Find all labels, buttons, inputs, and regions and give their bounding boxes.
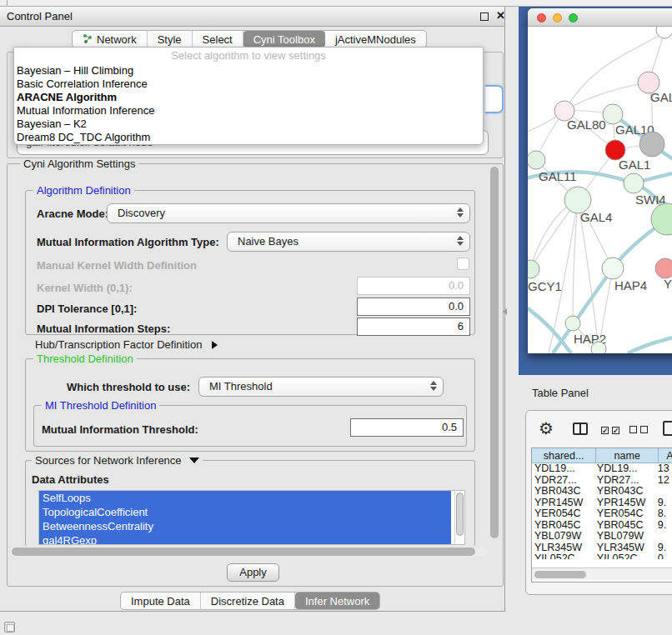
close-traffic-light-icon[interactable] xyxy=(537,13,546,22)
dpi-tolerance-input[interactable]: 0.0 xyxy=(357,298,470,316)
table-cell: YBR043C xyxy=(594,486,655,498)
table-row[interactable]: YBR043CYBR043C xyxy=(532,486,672,498)
mi-type-combo[interactable]: Naive Bayes xyxy=(227,232,470,252)
network-node[interactable] xyxy=(639,132,664,157)
network-node[interactable] xyxy=(656,27,672,38)
mi-threshold-label: Mutual Information Threshold: xyxy=(42,423,198,436)
checked-boxes-icon[interactable]: ✓ ✓ xyxy=(601,423,619,436)
network-node[interactable] xyxy=(565,316,580,331)
float-window-icon[interactable] xyxy=(480,12,489,21)
tab-style[interactable]: Style xyxy=(148,31,193,48)
table-row[interactable]: YPR145WYPR145W9. xyxy=(532,498,672,509)
settings-horizontal-scrollbar[interactable] xyxy=(10,547,487,557)
apply-button[interactable]: Apply xyxy=(227,563,279,582)
table-cell: YER054C xyxy=(532,508,594,520)
unchecked-boxes-icon[interactable] xyxy=(629,423,648,436)
network-node[interactable] xyxy=(591,342,606,353)
tab-impute-data[interactable]: Impute Data xyxy=(121,592,201,609)
network-canvas[interactable]: GALGAL80GAL10GAL1GAL11SWI4GAL4HAP4YGCY1H… xyxy=(528,27,672,353)
network-view-window[interactable]: GALGAL80GAL10GAL1GAL11SWI4GAL4HAP4YGCY1H… xyxy=(528,8,672,353)
gear-icon[interactable]: ⚙ xyxy=(539,418,554,438)
settings-vertical-scrollbar[interactable] xyxy=(490,167,499,538)
sources-title[interactable]: Sources for Network Inference xyxy=(32,455,203,467)
tab-jactivemnodules[interactable]: jActiveMNodules xyxy=(325,31,426,48)
network-node[interactable] xyxy=(624,173,644,193)
expanded-arrow-icon xyxy=(189,458,199,463)
dropdown-item-selected[interactable]: ARACNE Algorithm xyxy=(14,91,483,104)
network-node[interactable] xyxy=(528,151,545,169)
column-header[interactable]: name xyxy=(596,448,659,463)
table-cell: YPR145W xyxy=(594,498,655,509)
table-row[interactable]: YER054CYER054C8. xyxy=(532,508,672,520)
tab-label: Infer Network xyxy=(305,595,369,608)
node-label: GAL xyxy=(650,90,672,104)
kernel-width-input[interactable]: 0.0 xyxy=(357,277,470,295)
sources-title-text: Sources for Network Inference xyxy=(35,454,182,467)
network-node[interactable] xyxy=(528,260,539,278)
network-edge[interactable] xyxy=(573,200,578,323)
table-row[interactable]: YDR27...YDR27...12 xyxy=(532,475,672,487)
network-edge-thick[interactable] xyxy=(628,333,672,353)
dropdown-item[interactable]: Bayesian – Hill Climbing xyxy=(14,64,483,78)
zoom-traffic-light-icon[interactable] xyxy=(569,13,578,22)
table-row[interactable]: YBR045CYBR045C9. xyxy=(532,520,672,532)
dropdown-item[interactable]: Mutual Information Inference xyxy=(14,104,483,118)
table-row[interactable]: YLR345WYLR345W9. xyxy=(532,542,672,554)
combo-arrows-icon xyxy=(430,381,437,391)
table-cell: YDR27... xyxy=(594,475,655,487)
columns-icon[interactable] xyxy=(573,422,588,435)
dropdown-item[interactable]: Dream8 DC_TDC Algorithm xyxy=(14,131,483,144)
mi-threshold-definition-title: MI Threshold Definition xyxy=(42,400,159,412)
algorithm-definition-title: Algorithm Definition xyxy=(33,185,134,197)
tab-infer-network[interactable]: Infer Network xyxy=(295,592,379,609)
node-table: shared... name A YDL19...YDL19...13YDR27… xyxy=(531,448,672,582)
network-node[interactable] xyxy=(602,258,624,279)
which-threshold-combo[interactable]: MI Threshold xyxy=(198,377,444,397)
tab-select[interactable]: Select xyxy=(193,31,243,48)
tab-label: Select xyxy=(203,33,233,46)
table-row[interactable]: YBL079WYBL079W xyxy=(532,531,672,542)
list-item[interactable]: TopologicalCoefficient xyxy=(39,505,451,519)
tab-network[interactable]: Network xyxy=(73,31,148,48)
list-vertical-scrollbar[interactable] xyxy=(454,491,464,545)
tab-cyni-toolbox[interactable]: Cyni Toolbox xyxy=(243,31,325,48)
mi-steps-label: Mutual Information Steps: xyxy=(37,322,170,335)
dropdown-item[interactable]: Basic Correlation Inference xyxy=(14,78,483,91)
tab-discretize-data[interactable]: Discretize Data xyxy=(201,592,295,609)
table-row[interactable]: YDL19...YDL19...13 xyxy=(532,463,672,475)
algorithm-dropdown: Select algorithm to view settings Bayesi… xyxy=(13,47,484,145)
mi-type-value: Naive Bayes xyxy=(238,235,298,248)
close-icon[interactable]: ✕ xyxy=(496,9,505,22)
column-header[interactable]: A xyxy=(659,448,672,463)
table-cell xyxy=(655,486,672,498)
table-horizontal-scrollbar[interactable] xyxy=(532,568,672,580)
dropdown-item[interactable]: Bayesian – K2 xyxy=(14,118,483,131)
network-node[interactable] xyxy=(603,104,623,124)
mi-threshold-input[interactable]: 0.5 xyxy=(350,418,464,437)
minimize-traffic-light-icon[interactable] xyxy=(553,13,562,22)
data-attributes-list[interactable]: SelfLoops TopologicalCoefficient Between… xyxy=(38,490,465,545)
network-edge[interactable] xyxy=(564,32,664,111)
column-header[interactable]: shared... xyxy=(532,448,596,463)
table-cell: YIL052C xyxy=(532,553,594,559)
list-item[interactable]: BetweennessCentrality xyxy=(39,519,451,533)
aracne-mode-label: Aracne Mode: xyxy=(37,208,108,220)
mi-steps-input[interactable]: 6 xyxy=(357,318,470,336)
network-node[interactable] xyxy=(655,258,672,278)
settings-group-title: Cyni Algorithm Settings xyxy=(20,158,138,170)
splitter-arrow-icon[interactable] xyxy=(503,308,507,315)
table-cell: YBR043C xyxy=(532,486,594,498)
control-panel-titlebar: Control Panel ✕ xyxy=(0,7,504,27)
hub-definition-label[interactable]: Hub/Transcription Factor Definition xyxy=(35,338,218,351)
table-row[interactable]: YIL052CYIL052C0. xyxy=(532,553,672,559)
list-item[interactable]: SelfLoops xyxy=(39,491,451,505)
table-cell: YPR145W xyxy=(532,498,594,509)
document-icon[interactable] xyxy=(663,421,672,436)
aracne-mode-combo[interactable]: Discovery xyxy=(107,203,470,223)
network-window-titlebar[interactable] xyxy=(528,8,672,27)
network-edge-thick[interactable] xyxy=(528,302,571,353)
palette-icon[interactable] xyxy=(4,622,15,632)
manual-kernel-checkbox[interactable] xyxy=(457,258,469,270)
list-item[interactable]: gal4RGexp xyxy=(39,533,451,545)
dropdown-placeholder: Select algorithm to view settings xyxy=(14,48,483,64)
